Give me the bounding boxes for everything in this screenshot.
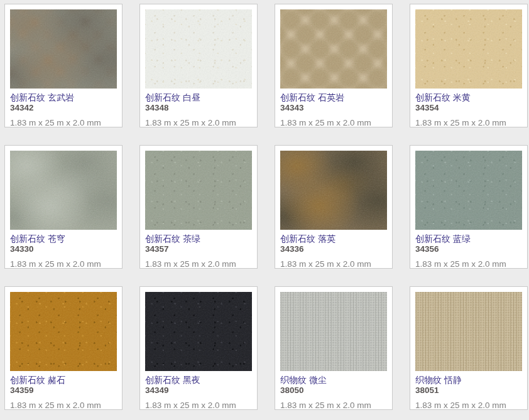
product-code: 34336 bbox=[280, 244, 387, 254]
product-card[interactable]: 创新石纹 白昼 34348 1.83 m x 25 m x 2.0 mm bbox=[139, 4, 258, 127]
product-code: 34348 bbox=[145, 103, 252, 113]
product-card[interactable]: 织物纹 恬静 38051 1.83 m x 25 m x 2.0 mm bbox=[410, 286, 528, 410]
product-card[interactable]: 创新石纹 石英岩 34343 1.83 m x 25 m x 2.0 mm bbox=[275, 4, 393, 127]
product-title-link[interactable]: 创新石纹 米黄 bbox=[415, 92, 522, 103]
texture-grain bbox=[145, 9, 252, 89]
texture-grain bbox=[10, 151, 117, 230]
texture-grain bbox=[10, 292, 117, 371]
texture-grain bbox=[280, 9, 387, 89]
texture-grain bbox=[415, 292, 522, 371]
product-swatch-image[interactable] bbox=[145, 292, 252, 371]
product-card[interactable]: 创新石纹 赭石 34359 1.83 m x 25 m x 2.0 mm bbox=[4, 286, 123, 410]
product-swatch-image[interactable] bbox=[145, 151, 252, 230]
product-code: 34354 bbox=[415, 103, 522, 113]
product-swatch-image[interactable] bbox=[415, 9, 522, 89]
texture-grain bbox=[280, 151, 387, 230]
product-dimensions: 1.83 m x 25 m x 2.0 mm bbox=[415, 401, 522, 410]
product-swatch-image[interactable] bbox=[415, 292, 522, 371]
product-dimensions: 1.83 m x 25 m x 2.0 mm bbox=[280, 118, 387, 127]
texture-grain bbox=[415, 292, 522, 371]
texture-grain bbox=[415, 9, 522, 89]
texture-grain bbox=[10, 292, 117, 371]
product-dimensions: 1.83 m x 25 m x 2.0 mm bbox=[145, 401, 252, 410]
texture-grain bbox=[145, 151, 252, 230]
product-card[interactable]: 创新石纹 蓝绿 34356 1.83 m x 25 m x 2.0 mm bbox=[410, 145, 528, 269]
product-card[interactable]: 创新石纹 黑夜 34349 1.83 m x 25 m x 2.0 mm bbox=[139, 286, 258, 410]
product-code: 34330 bbox=[10, 244, 117, 254]
product-dimensions: 1.83 m x 25 m x 2.0 mm bbox=[10, 259, 117, 269]
product-swatch-image[interactable] bbox=[10, 9, 117, 89]
product-code: 34342 bbox=[10, 103, 117, 113]
product-dimensions: 1.83 m x 25 m x 2.0 mm bbox=[145, 118, 252, 127]
texture-grain bbox=[280, 292, 387, 371]
texture-grain bbox=[145, 9, 252, 89]
product-title-link[interactable]: 创新石纹 白昼 bbox=[145, 92, 252, 103]
product-title-link[interactable]: 创新石纹 茶绿 bbox=[145, 234, 252, 244]
product-title-link[interactable]: 创新石纹 蓝绿 bbox=[415, 234, 522, 244]
texture-grain bbox=[415, 151, 522, 230]
product-title-link[interactable]: 创新石纹 赭石 bbox=[10, 375, 117, 385]
product-title-link[interactable]: 创新石纹 苍穹 bbox=[10, 234, 117, 244]
product-title-link[interactable]: 创新石纹 落英 bbox=[280, 234, 387, 244]
product-code: 34359 bbox=[10, 385, 117, 396]
product-swatch-image[interactable] bbox=[280, 292, 387, 371]
product-dimensions: 1.83 m x 25 m x 2.0 mm bbox=[10, 118, 117, 127]
product-code: 34356 bbox=[415, 244, 522, 254]
product-title-link[interactable]: 创新石纹 玄武岩 bbox=[10, 92, 117, 103]
product-dimensions: 1.83 m x 25 m x 2.0 mm bbox=[145, 259, 252, 269]
texture-grain bbox=[145, 292, 252, 371]
texture-grain bbox=[10, 9, 117, 89]
product-card[interactable]: 创新石纹 玄武岩 34342 1.83 m x 25 m x 2.0 mm bbox=[4, 4, 123, 127]
texture-grain bbox=[280, 292, 387, 371]
product-title-link[interactable]: 创新石纹 黑夜 bbox=[145, 375, 252, 385]
product-swatch-image[interactable] bbox=[145, 9, 252, 89]
texture-grain bbox=[415, 151, 522, 230]
product-swatch-image[interactable] bbox=[280, 151, 387, 230]
product-title-link[interactable]: 织物纹 恬静 bbox=[415, 375, 522, 385]
product-code: 38051 bbox=[415, 385, 522, 396]
product-card[interactable]: 创新石纹 落英 34336 1.83 m x 25 m x 2.0 mm bbox=[275, 145, 393, 269]
product-title-link[interactable]: 创新石纹 石英岩 bbox=[280, 92, 387, 103]
product-card[interactable]: 创新石纹 苍穹 34330 1.83 m x 25 m x 2.0 mm bbox=[4, 145, 123, 269]
product-dimensions: 1.83 m x 25 m x 2.0 mm bbox=[280, 401, 387, 410]
texture-grain bbox=[280, 9, 387, 89]
product-card[interactable]: 创新石纹 茶绿 34357 1.83 m x 25 m x 2.0 mm bbox=[139, 145, 258, 269]
product-swatch-image[interactable] bbox=[10, 292, 117, 371]
product-swatch-image[interactable] bbox=[280, 9, 387, 89]
product-code: 38050 bbox=[280, 385, 387, 396]
product-card[interactable]: 织物纹 微尘 38050 1.83 m x 25 m x 2.0 mm bbox=[275, 286, 393, 410]
product-code: 34349 bbox=[145, 385, 252, 396]
product-card[interactable]: 创新石纹 米黄 34354 1.83 m x 25 m x 2.0 mm bbox=[410, 4, 528, 127]
texture-grain bbox=[10, 9, 117, 89]
product-dimensions: 1.83 m x 25 m x 2.0 mm bbox=[10, 401, 117, 410]
product-code: 34343 bbox=[280, 103, 387, 113]
product-swatch-image[interactable] bbox=[10, 151, 117, 230]
texture-grain bbox=[10, 151, 117, 230]
texture-grain bbox=[415, 9, 522, 89]
texture-grain bbox=[280, 151, 387, 230]
product-grid: 创新石纹 玄武岩 34342 1.83 m x 25 m x 2.0 mm 创新… bbox=[0, 0, 529, 410]
product-dimensions: 1.83 m x 25 m x 2.0 mm bbox=[415, 259, 522, 269]
product-swatch-image[interactable] bbox=[415, 151, 522, 230]
product-title-link[interactable]: 织物纹 微尘 bbox=[280, 375, 387, 385]
product-code: 34357 bbox=[145, 244, 252, 254]
product-dimensions: 1.83 m x 25 m x 2.0 mm bbox=[415, 118, 522, 127]
texture-grain bbox=[145, 151, 252, 230]
texture-grain bbox=[145, 292, 252, 371]
product-dimensions: 1.83 m x 25 m x 2.0 mm bbox=[280, 259, 387, 269]
